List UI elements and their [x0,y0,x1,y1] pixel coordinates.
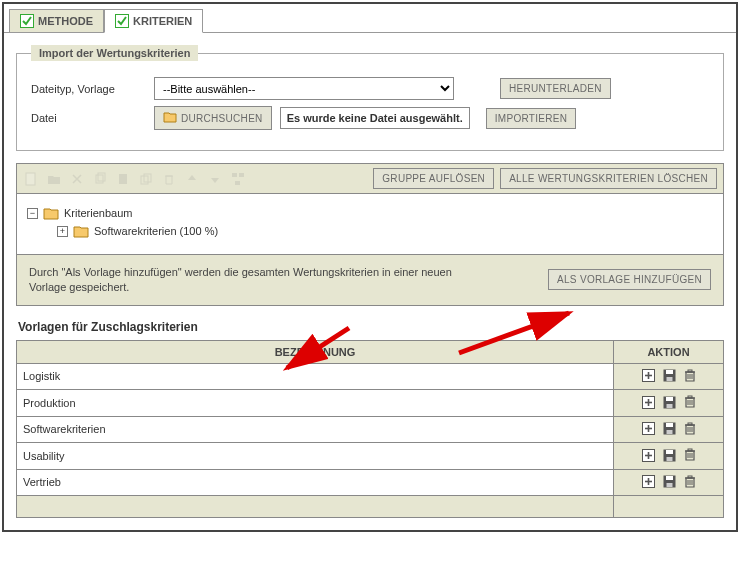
delete-icon[interactable] [684,448,696,462]
svg-rect-29 [666,404,672,408]
svg-rect-17 [666,370,673,374]
filetype-select[interactable]: --Bitte auswählen-- [154,77,454,100]
svg-rect-39 [666,423,673,427]
expand-icon[interactable]: + [57,226,68,237]
import-button[interactable]: IMPORTIEREN [486,108,577,129]
file-label: Datei [31,112,146,124]
table-row: Produktion [17,390,724,417]
svg-rect-3 [96,175,103,183]
toolbar-down-icon[interactable] [207,171,223,187]
toolbar-cut-icon[interactable] [69,171,85,187]
tab-kriterien[interactable]: KRITERIEN [104,9,203,33]
toolbar-up-icon[interactable] [184,171,200,187]
template-name: Produktion [17,390,614,417]
add-icon[interactable] [642,422,655,435]
svg-rect-9 [239,173,244,177]
save-icon[interactable] [663,396,676,409]
add-template-button[interactable]: ALS VORLAGE HINZUFÜGEN [548,269,711,290]
col-aktion: AKTION [614,340,724,363]
svg-rect-8 [232,173,237,177]
svg-rect-2 [26,173,35,185]
table-row-empty [17,496,724,518]
add-icon[interactable] [642,369,655,382]
svg-rect-50 [666,450,673,454]
import-fieldset: Import der Wertungskriterien Dateityp, V… [16,45,724,151]
templates-table: BEZEICHNUNG AKTION Logistik Produktion S… [16,340,724,519]
svg-rect-4 [98,173,105,181]
table-row: Logistik [17,363,724,390]
tree-child[interactable]: + Softwarekriterien (100 %) [27,222,713,240]
templates-title: Vorlagen für Zuschlagskriterien [18,320,724,334]
row-actions [642,448,696,462]
delete-all-button[interactable]: ALLE WERTUNGSKRITERIEN LÖSCHEN [500,168,717,189]
svg-rect-28 [666,397,673,401]
svg-rect-45 [688,423,692,425]
svg-rect-5 [119,174,127,184]
template-name: Vertrieb [17,469,614,496]
svg-rect-67 [688,476,692,478]
file-status: Es wurde keine Datei ausgewählt. [280,107,470,129]
check-icon [115,14,129,28]
filetype-label: Dateityp, Vorlage [31,83,146,95]
row-actions [642,422,696,436]
table-row: Vertrieb [17,469,724,496]
add-icon[interactable] [642,396,655,409]
dissolve-group-button[interactable]: GRUPPE AUFLÖSEN [373,168,494,189]
folder-icon [163,111,177,125]
row-actions [642,475,696,489]
toolbar-copy2-icon[interactable] [138,171,154,187]
table-row: Softwarekriterien [17,416,724,443]
svg-rect-23 [688,370,692,372]
hint-text: Durch "Als Vorlage hinzufügen" werden di… [29,265,459,295]
svg-rect-18 [666,377,672,381]
tree-child-label: Softwarekriterien (100 %) [94,225,218,237]
collapse-icon[interactable]: − [27,208,38,219]
tree-root-label: Kriterienbaum [64,207,132,219]
tab-methode[interactable]: METHODE [9,9,104,33]
save-icon[interactable] [663,369,676,382]
table-row: Usability [17,443,724,470]
svg-rect-62 [666,483,672,487]
svg-rect-10 [235,181,240,185]
svg-rect-34 [688,396,692,398]
import-legend: Import der Wertungskriterien [31,45,198,61]
delete-icon[interactable] [684,475,696,489]
toolbar-new-icon[interactable] [23,171,39,187]
toolbar-copy-icon[interactable] [92,171,108,187]
svg-rect-56 [688,449,692,451]
template-name: Logistik [17,363,614,390]
save-icon[interactable] [663,422,676,435]
delete-icon[interactable] [684,395,696,409]
folder-icon [73,224,89,238]
delete-icon[interactable] [684,369,696,383]
save-icon[interactable] [663,449,676,462]
template-name: Softwarekriterien [17,416,614,443]
row-actions [642,369,696,383]
folder-icon [43,206,59,220]
download-button[interactable]: HERUNTERLADEN [500,78,611,99]
row-actions [642,395,696,409]
toolbar-open-icon[interactable] [46,171,62,187]
tab-kriterien-label: KRITERIEN [133,15,192,27]
tab-methode-label: METHODE [38,15,93,27]
criteria-panel: GRUPPE AUFLÖSEN ALLE WERTUNGSKRITERIEN L… [16,163,724,306]
template-name: Usability [17,443,614,470]
toolbar-delete-icon[interactable] [161,171,177,187]
svg-rect-51 [666,457,672,461]
add-icon[interactable] [642,449,655,462]
browse-button[interactable]: DURCHSUCHEN [154,106,272,130]
tree-root[interactable]: − Kriterienbaum [27,204,713,222]
svg-rect-61 [666,476,673,480]
col-bezeichnung: BEZEICHNUNG [17,340,614,363]
toolbar-tree-icon[interactable] [230,171,246,187]
add-icon[interactable] [642,475,655,488]
delete-icon[interactable] [684,422,696,436]
svg-rect-40 [666,430,672,434]
save-icon[interactable] [663,475,676,488]
check-icon [20,14,34,28]
toolbar-paste-icon[interactable] [115,171,131,187]
